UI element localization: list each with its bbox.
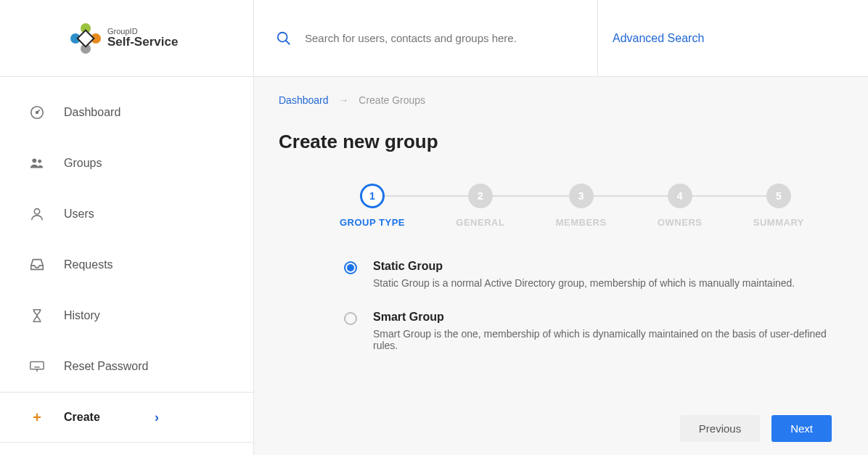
- inbox-icon: [29, 257, 45, 273]
- breadcrumb-root[interactable]: Dashboard: [279, 94, 329, 106]
- wizard-stepper: 1 GROUP TYPE 2 GENERAL 3 MEMBERS 4 OWNER…: [279, 184, 843, 228]
- step-label: SUMMARY: [753, 217, 804, 228]
- option-static-group[interactable]: Static Group Static Group is a normal Ac…: [344, 260, 843, 289]
- sidebar-item-label: Reset Password: [64, 360, 149, 373]
- next-button[interactable]: Next: [771, 415, 832, 442]
- sidebar-item-label: Requests: [64, 258, 113, 271]
- radio-icon[interactable]: [344, 261, 357, 274]
- step-general[interactable]: 2 GENERAL: [456, 184, 504, 228]
- sidebar-item-dashboard[interactable]: Dashboard: [0, 87, 253, 138]
- sidebar-item-reset-password[interactable]: Reset Password: [0, 341, 253, 392]
- svg-point-12: [34, 209, 39, 214]
- svg-rect-13: [30, 362, 44, 369]
- header: GroupID Self-Service Advanced Search: [0, 0, 868, 77]
- step-label: OWNERS: [658, 217, 703, 228]
- page-title: Create new group: [279, 131, 843, 153]
- step-owners[interactable]: 4 OWNERS: [658, 184, 703, 228]
- sidebar-item-label: History: [64, 309, 100, 322]
- step-label: GENERAL: [456, 217, 504, 228]
- svg-line-6: [286, 40, 290, 44]
- chevron-right-icon: ›: [155, 410, 159, 425]
- option-desc: Static Group is a normal Active Director…: [373, 277, 795, 289]
- gauge-icon: [29, 104, 45, 120]
- sidebar: Dashboard Groups Users: [0, 77, 254, 455]
- group-type-options: Static Group Static Group is a normal Ac…: [279, 260, 843, 351]
- svg-point-5: [278, 32, 287, 41]
- breadcrumb-current: Create Groups: [359, 94, 425, 106]
- advanced-search-cell: Advanced Search: [598, 0, 868, 76]
- logo-icon: [70, 22, 102, 54]
- svg-point-11: [38, 160, 41, 163]
- step-number: 3: [569, 184, 594, 208]
- step-label: GROUP TYPE: [340, 217, 405, 228]
- previous-button[interactable]: Previous: [680, 415, 760, 442]
- users-icon: [29, 155, 45, 171]
- sidebar-item-label: Users: [64, 208, 94, 221]
- svg-rect-4: [78, 30, 94, 46]
- sidebar-item-history[interactable]: History: [0, 290, 253, 341]
- step-number: 1: [360, 184, 385, 208]
- breadcrumb: Dashboard → Create Groups: [279, 94, 843, 106]
- logo-big: Self-Service: [107, 36, 178, 49]
- plus-icon: +: [29, 409, 45, 426]
- sidebar-item-groups[interactable]: Groups: [0, 138, 253, 189]
- arrow-right-icon: →: [338, 94, 348, 106]
- search-input[interactable]: [305, 32, 576, 44]
- search-icon: [276, 30, 292, 46]
- svg-point-9: [36, 112, 38, 114]
- option-title: Static Group: [373, 260, 795, 273]
- option-desc: Smart Group is the one, membership of wh…: [373, 328, 843, 351]
- step-label: MEMBERS: [556, 217, 607, 228]
- sidebar-item-create[interactable]: + Create ›: [0, 392, 253, 443]
- user-icon: [29, 206, 45, 222]
- step-summary[interactable]: 5 SUMMARY: [753, 184, 804, 228]
- sidebar-item-label: Create: [64, 411, 100, 424]
- step-number: 5: [766, 184, 791, 208]
- sidebar-item-requests[interactable]: Requests: [0, 239, 253, 290]
- hourglass-icon: [29, 308, 45, 324]
- logo[interactable]: GroupID Self-Service: [0, 0, 254, 76]
- wizard-footer: Previous Next: [680, 415, 832, 442]
- search-bar[interactable]: [254, 0, 598, 76]
- step-group-type[interactable]: 1 GROUP TYPE: [340, 184, 405, 228]
- advanced-search-link[interactable]: Advanced Search: [613, 32, 704, 45]
- step-number: 2: [468, 184, 493, 208]
- svg-point-10: [32, 158, 36, 163]
- step-number: 4: [668, 184, 692, 208]
- keyboard-icon: [29, 358, 45, 374]
- option-smart-group[interactable]: Smart Group Smart Group is the one, memb…: [344, 311, 843, 351]
- option-title: Smart Group: [373, 311, 843, 324]
- sidebar-item-users[interactable]: Users: [0, 189, 253, 239]
- sidebar-item-label: Dashboard: [64, 106, 120, 119]
- sidebar-item-label: Groups: [64, 157, 102, 170]
- radio-icon[interactable]: [344, 312, 357, 325]
- main-content: Dashboard → Create Groups Create new gro…: [254, 77, 868, 455]
- step-members[interactable]: 3 MEMBERS: [556, 184, 607, 228]
